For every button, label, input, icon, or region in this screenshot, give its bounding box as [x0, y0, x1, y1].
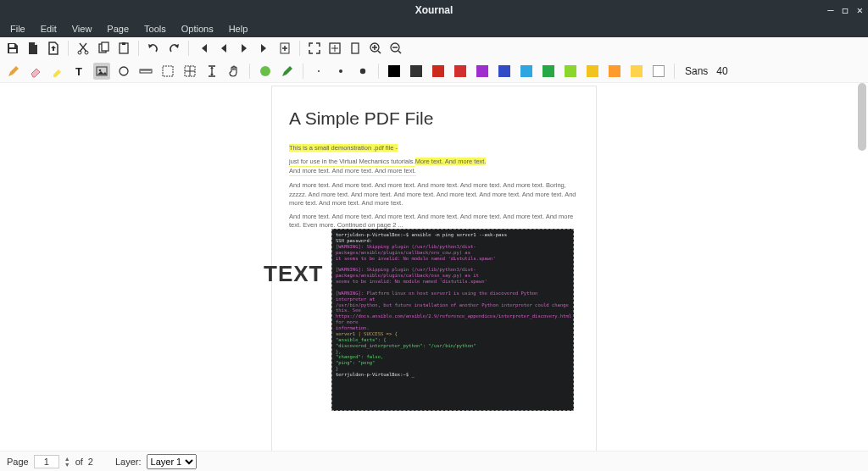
svg-point-16 — [120, 67, 128, 75]
prev-page-button[interactable] — [216, 41, 231, 56]
thick-stroke[interactable] — [354, 63, 371, 80]
image-tool[interactable] — [93, 63, 110, 80]
close-button[interactable]: ✕ — [857, 4, 863, 16]
svg-point-21 — [318, 70, 320, 72]
font-size: 40 — [716, 65, 727, 77]
titlebar: Xournal — ◻ ✕ — [0, 0, 868, 20]
font-display[interactable]: Sans 40 — [685, 65, 728, 77]
annotation-text[interactable]: TEXT — [264, 261, 323, 287]
color-lime[interactable] — [562, 63, 579, 80]
doc-title: A Simple PDF File — [289, 108, 579, 129]
menu-options[interactable]: Options — [175, 22, 220, 36]
page-number-input[interactable]: 1 — [34, 455, 59, 468]
svg-point-20 — [260, 66, 270, 76]
menu-page[interactable]: Page — [100, 22, 136, 36]
menu-help[interactable]: Help — [222, 22, 255, 36]
scrollbar-thumb[interactable] — [858, 83, 866, 151]
menu-view[interactable]: View — [65, 22, 99, 36]
last-page-button[interactable] — [257, 41, 272, 56]
fullscreen-button[interactable] — [307, 41, 322, 56]
color-green[interactable] — [540, 63, 557, 80]
svg-rect-10 — [352, 43, 359, 53]
cut-button[interactable] — [75, 41, 91, 56]
color-yellow[interactable] — [584, 63, 601, 80]
vertical-space-tool[interactable] — [203, 63, 220, 80]
save-button[interactable] — [5, 41, 20, 56]
minimize-button[interactable]: — — [827, 4, 833, 16]
svg-text:T: T — [75, 65, 82, 78]
next-page-button[interactable] — [236, 41, 252, 56]
redo-button[interactable] — [166, 41, 181, 56]
file-toolbar — [0, 37, 868, 59]
ruler-tool[interactable] — [137, 63, 154, 80]
vertical-scrollbar[interactable] — [858, 83, 866, 451]
svg-rect-7 — [122, 42, 125, 45]
menubar: File Edit View Page Tools Options Help — [0, 20, 868, 37]
color-black[interactable] — [386, 63, 403, 80]
color-gray[interactable] — [408, 63, 425, 80]
zoom-in-button[interactable] — [368, 41, 383, 56]
color-white[interactable] — [650, 63, 667, 80]
document-page: A Simple PDF File This is a small demons… — [272, 86, 596, 451]
first-page-button[interactable] — [196, 41, 211, 56]
page-label: Page — [7, 457, 29, 467]
shape-recognizer-tool[interactable] — [115, 63, 132, 80]
shape-tool[interactable] — [257, 63, 274, 80]
doc-paragraph-4: And more text. And more text. And more t… — [289, 213, 579, 230]
hand-tool[interactable] — [225, 63, 242, 80]
color-cyan[interactable] — [518, 63, 535, 80]
color-purple[interactable] — [474, 63, 491, 80]
undo-button[interactable] — [146, 41, 161, 56]
pen-tool[interactable] — [5, 63, 22, 80]
color-gold[interactable] — [628, 63, 645, 80]
eraser-tool[interactable] — [27, 63, 44, 80]
font-family: Sans — [685, 65, 708, 77]
doc-paragraph-2: just for use in the Virtual Mechanics tu… — [289, 158, 579, 176]
svg-rect-1 — [9, 49, 16, 53]
svg-point-22 — [339, 69, 342, 73]
window-title: Xournal — [415, 4, 453, 16]
color-red2[interactable] — [452, 63, 469, 80]
doc-paragraph-1: This is a small demonstration .pdf file … — [289, 144, 579, 152]
zoom-fit-button[interactable] — [327, 41, 342, 56]
medium-stroke[interactable] — [332, 63, 349, 80]
svg-point-23 — [360, 68, 365, 73]
layer-select[interactable]: Layer 1 — [147, 454, 197, 469]
color-blue[interactable] — [496, 63, 513, 80]
select-region-tool[interactable] — [181, 63, 198, 80]
svg-rect-5 — [102, 42, 108, 51]
page-of-label: of — [75, 457, 83, 467]
new-button[interactable] — [25, 41, 41, 56]
layer-label: Layer: — [115, 457, 142, 467]
page-total: 2 — [88, 457, 93, 467]
maximize-button[interactable]: ◻ — [843, 4, 849, 16]
paste-button[interactable] — [116, 41, 131, 56]
window-controls: — ◻ ✕ — [827, 4, 863, 16]
menu-edit[interactable]: Edit — [34, 22, 64, 36]
text-tool[interactable]: T — [71, 63, 88, 80]
page-spinner[interactable]: ▲▼ — [64, 456, 70, 468]
select-rect-tool[interactable] — [159, 63, 176, 80]
thin-stroke[interactable] — [310, 63, 327, 80]
menu-file[interactable]: File — [3, 22, 32, 36]
highlighter-tool[interactable] — [49, 63, 66, 80]
menu-tools[interactable]: Tools — [137, 22, 173, 36]
svg-rect-0 — [9, 44, 14, 47]
doc-paragraph-3: And more text. And more text. And more t… — [289, 181, 579, 207]
default-pen-button[interactable] — [279, 63, 296, 80]
svg-rect-18 — [163, 66, 173, 76]
svg-point-15 — [99, 69, 102, 71]
insert-page-button[interactable] — [277, 41, 292, 56]
open-button[interactable] — [46, 41, 61, 56]
color-red[interactable] — [430, 63, 447, 80]
inserted-image[interactable]: terrjulden-p-VirtualBox:~$ ansible -m pi… — [331, 229, 574, 411]
statusbar: Page 1 ▲▼ of 2 Layer: Layer 1 — [0, 451, 868, 471]
copy-button[interactable] — [96, 41, 111, 56]
canvas-area[interactable]: A Simple PDF File This is a small demons… — [0, 83, 868, 451]
zoom-width-button[interactable] — [348, 41, 363, 56]
zoom-out-button[interactable] — [388, 41, 403, 56]
color-orange[interactable] — [606, 63, 623, 80]
tools-toolbar: T Sans 40 — [0, 59, 868, 83]
